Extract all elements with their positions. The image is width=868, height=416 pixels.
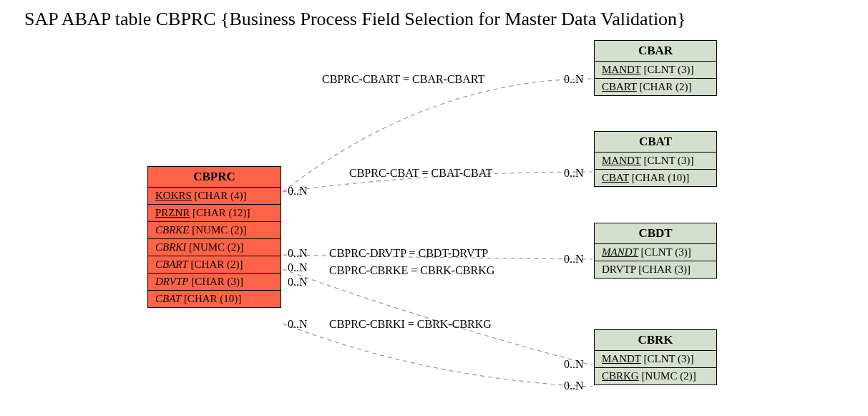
entity-cbat: CBAT MANDT [CLNT (3)] CBAT [CHAR (10)] bbox=[594, 131, 717, 187]
field-cbrke: CBRKE [NUMC (2)] bbox=[148, 222, 281, 239]
field-cbat: CBAT [CHAR (10)] bbox=[148, 291, 281, 307]
entity-cbrk: CBRK MANDT [CLNT (3)] CBRKG [NUMC (2)] bbox=[594, 329, 717, 385]
field-cbart: CBART [CHAR (2)] bbox=[148, 256, 281, 274]
card-right-3: 0..N bbox=[564, 253, 584, 266]
cbat-field-cbat: CBAT [CHAR (10)] bbox=[595, 170, 716, 186]
rel-label-cbar: CBPRC-CBART = CBAR-CBART bbox=[322, 73, 484, 86]
entity-cbdt-header: CBDT bbox=[595, 223, 716, 244]
field-cbrki: CBRKI [NUMC (2)] bbox=[148, 239, 281, 256]
cbdt-field-drvtp: DRVTP [CHAR (3)] bbox=[595, 261, 716, 278]
connectors bbox=[0, 0, 868, 416]
entity-cbat-header: CBAT bbox=[595, 132, 716, 153]
page-title: SAP ABAP table CBPRC {Business Process F… bbox=[24, 9, 686, 30]
cbar-field-mandt: MANDT [CLNT (3)] bbox=[595, 62, 716, 79]
field-drvtp: DRVTP [CHAR (3)] bbox=[148, 274, 281, 291]
field-prznr: PRZNR [CHAR (12)] bbox=[148, 205, 281, 222]
entity-cbprc: CBPRC KOKRS [CHAR (4)] PRZNR [CHAR (12)]… bbox=[147, 166, 281, 308]
rel-label-cbdt: CBPRC-DRVTP = CBDT-DRVTP bbox=[329, 247, 488, 260]
cbat-field-mandt: MANDT [CLNT (3)] bbox=[595, 153, 716, 170]
cbrk-field-mandt: MANDT [CLNT (3)] bbox=[595, 351, 716, 368]
rel-label-cbat: CBPRC-CBAT = CBAT-CBAT bbox=[349, 167, 492, 180]
field-kokrs: KOKRS [CHAR (4)] bbox=[148, 188, 281, 205]
card-left-4: 0..N bbox=[288, 261, 308, 274]
rel-label-cbrk-cbrke: CBPRC-CBRKE = CBRK-CBRKG bbox=[329, 264, 494, 277]
rel-label-cbrk-cbrki: CBPRC-CBRKI = CBRK-CBRKG bbox=[329, 318, 492, 331]
cbdt-field-mandt: MANDT [CLNT (3)] bbox=[595, 244, 716, 261]
entity-cbdt: CBDT MANDT [CLNT (3)] DRVTP [CHAR (3)] bbox=[594, 223, 717, 279]
entity-cbar: CBAR MANDT [CLNT (3)] CBART [CHAR (2)] bbox=[594, 40, 717, 96]
card-right-6: 0..N bbox=[564, 379, 584, 392]
card-left-3: 0..N bbox=[288, 247, 308, 260]
card-left-4b: 0..N bbox=[288, 276, 308, 289]
card-left-5: 0..N bbox=[288, 318, 308, 331]
entity-cbar-header: CBAR bbox=[595, 41, 716, 62]
card-right-1: 0..N bbox=[564, 73, 584, 86]
card-left-1: 0..N bbox=[288, 185, 308, 198]
card-right-5: 0..N bbox=[564, 358, 584, 371]
entity-cbprc-header: CBPRC bbox=[148, 167, 281, 188]
entity-cbrk-header: CBRK bbox=[595, 330, 716, 351]
cbrk-field-cbrkg: CBRKG [NUMC (2)] bbox=[595, 368, 716, 384]
card-right-2: 0..N bbox=[564, 167, 584, 180]
cbar-field-cbart: CBART [CHAR (2)] bbox=[595, 79, 716, 95]
